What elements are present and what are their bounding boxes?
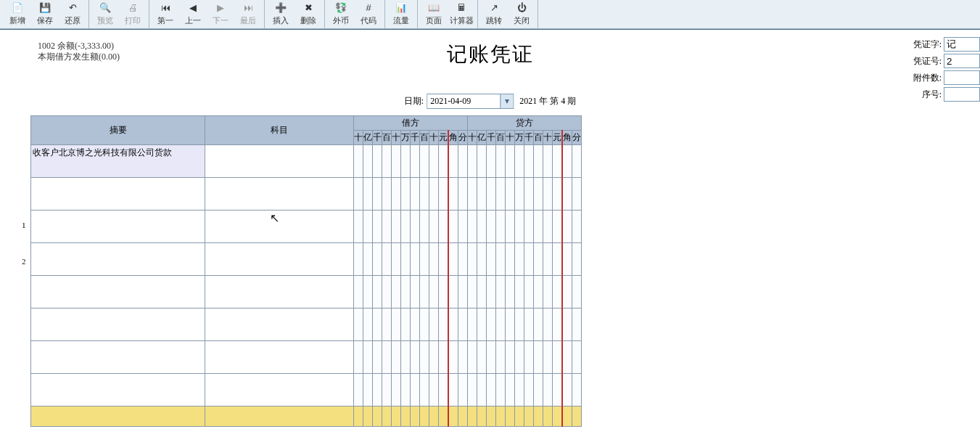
cell-digit[interactable] xyxy=(534,243,543,276)
cell-digit[interactable] xyxy=(411,178,420,211)
cell-digit[interactable] xyxy=(487,243,496,276)
cell-digit[interactable] xyxy=(524,309,534,341)
cell-digit[interactable] xyxy=(477,145,487,178)
cell-summary[interactable] xyxy=(31,309,205,341)
cell-digit[interactable] xyxy=(429,341,439,374)
cell-digit[interactable] xyxy=(506,341,515,374)
cell-digit[interactable] xyxy=(534,145,543,178)
cell-digit[interactable] xyxy=(363,178,373,211)
cell-summary[interactable] xyxy=(31,211,205,243)
cell-digit[interactable] xyxy=(543,276,553,309)
cell-summary[interactable] xyxy=(31,374,205,406)
cell-digit[interactable] xyxy=(382,211,392,243)
cell-digit[interactable] xyxy=(477,374,487,406)
cell-subject[interactable] xyxy=(205,276,354,309)
cell-digit[interactable] xyxy=(553,276,563,309)
cell-digit[interactable] xyxy=(524,211,534,243)
table-row[interactable]: 收客户北京博之光科技有限公司货款 xyxy=(31,145,582,178)
cell-digit[interactable] xyxy=(401,178,411,211)
toolbar-代码-button[interactable]: #代码 xyxy=(355,0,382,28)
date-input[interactable] xyxy=(427,94,500,108)
cell-digit[interactable] xyxy=(524,374,534,406)
toolbar-关闭-button[interactable]: ⏻关闭 xyxy=(508,0,535,28)
cell-digit[interactable] xyxy=(448,178,458,211)
cell-digit[interactable] xyxy=(496,309,506,341)
cell-digit[interactable] xyxy=(354,341,363,374)
cell-digit[interactable] xyxy=(448,211,458,243)
cell-digit[interactable] xyxy=(534,374,543,406)
cell-subject[interactable] xyxy=(205,178,354,211)
cell-digit[interactable] xyxy=(420,145,429,178)
cell-digit[interactable] xyxy=(543,178,553,211)
cell-digit[interactable] xyxy=(363,309,373,341)
cell-digit[interactable] xyxy=(373,341,382,374)
cell-digit[interactable] xyxy=(524,145,534,178)
cell-digit[interactable] xyxy=(354,145,363,178)
cell-digit[interactable] xyxy=(458,211,468,243)
cell-subject[interactable] xyxy=(205,309,354,341)
cell-digit[interactable] xyxy=(373,178,382,211)
cell-subject[interactable] xyxy=(205,211,354,243)
cell-digit[interactable] xyxy=(448,374,458,406)
table-row[interactable] xyxy=(31,276,582,309)
cell-digit[interactable] xyxy=(448,309,458,341)
cell-digit[interactable] xyxy=(562,341,572,374)
cell-digit[interactable] xyxy=(448,145,458,178)
cell-digit[interactable] xyxy=(553,374,563,406)
cell-digit[interactable] xyxy=(524,341,534,374)
toolbar-保存-button[interactable]: 💾保存 xyxy=(31,0,59,28)
cell-digit[interactable] xyxy=(553,145,563,178)
cell-digit[interactable] xyxy=(553,309,563,341)
cell-digit[interactable] xyxy=(553,341,563,374)
cell-digit[interactable] xyxy=(524,243,534,276)
cell-digit[interactable] xyxy=(401,309,411,341)
cell-digit[interactable] xyxy=(553,211,563,243)
cell-summary[interactable] xyxy=(31,178,205,211)
cell-digit[interactable] xyxy=(458,276,468,309)
cell-digit[interactable] xyxy=(562,243,572,276)
cell-digit[interactable] xyxy=(382,309,392,341)
cell-digit[interactable] xyxy=(562,309,572,341)
cell-digit[interactable] xyxy=(392,276,401,309)
table-row[interactable] xyxy=(31,243,582,276)
seq-input[interactable] xyxy=(944,87,980,102)
cell-digit[interactable] xyxy=(506,211,515,243)
cell-digit[interactable] xyxy=(420,276,429,309)
cell-digit[interactable] xyxy=(534,309,543,341)
cell-digit[interactable] xyxy=(515,243,524,276)
cell-digit[interactable] xyxy=(439,211,449,243)
cell-summary[interactable]: 收客户北京博之光科技有限公司货款 xyxy=(31,145,205,178)
cell-digit[interactable] xyxy=(477,276,487,309)
cell-summary[interactable] xyxy=(31,243,205,276)
cell-digit[interactable] xyxy=(458,309,468,341)
cell-digit[interactable] xyxy=(429,276,439,309)
cell-digit[interactable] xyxy=(373,145,382,178)
cell-subject[interactable] xyxy=(205,374,354,406)
cell-subject[interactable] xyxy=(205,341,354,374)
toolbar-计算器-button[interactable]: 🖩计算器 xyxy=(448,0,475,28)
cell-digit[interactable] xyxy=(534,178,543,211)
cell-digit[interactable] xyxy=(458,341,468,374)
cell-digit[interactable] xyxy=(363,276,373,309)
voucher-no-input[interactable] xyxy=(944,54,980,68)
cell-digit[interactable] xyxy=(543,211,553,243)
cell-digit[interactable] xyxy=(439,374,449,406)
cell-digit[interactable] xyxy=(458,243,468,276)
attach-input[interactable] xyxy=(944,70,980,85)
cell-digit[interactable] xyxy=(534,276,543,309)
cell-digit[interactable] xyxy=(487,178,496,211)
cell-digit[interactable] xyxy=(411,374,420,406)
cell-digit[interactable] xyxy=(543,243,553,276)
toolbar-流量-button[interactable]: 📊流量 xyxy=(387,0,415,28)
cell-digit[interactable] xyxy=(392,309,401,341)
cell-digit[interactable] xyxy=(411,145,420,178)
cell-digit[interactable] xyxy=(448,341,458,374)
toolbar-第一-button[interactable]: ⏮第一 xyxy=(152,0,179,28)
voucher-word-input[interactable] xyxy=(944,37,980,52)
toolbar-页面-button[interactable]: 📖页面 xyxy=(420,0,448,28)
cell-digit[interactable] xyxy=(373,374,382,406)
cell-digit[interactable] xyxy=(515,211,524,243)
cell-digit[interactable] xyxy=(392,243,401,276)
cell-digit[interactable] xyxy=(468,341,477,374)
cell-digit[interactable] xyxy=(468,309,477,341)
